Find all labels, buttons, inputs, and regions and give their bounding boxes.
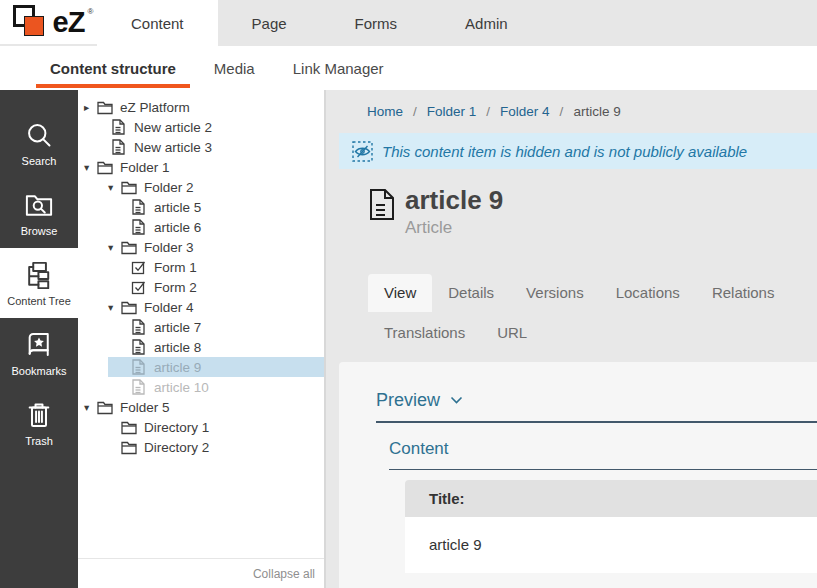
- article-icon: [131, 199, 148, 215]
- tree-footer: Collapse all: [78, 558, 324, 588]
- tree-item-label: article 8: [154, 340, 201, 355]
- tree-item-folder-2[interactable]: ▾ Folder 2: [78, 177, 324, 197]
- title-block: article 9 Article: [339, 186, 817, 238]
- tree-item-label: article 7: [154, 320, 201, 335]
- tree-item-article-6[interactable]: article 6: [78, 217, 324, 237]
- tree-item-form-2[interactable]: Form 2: [78, 277, 324, 297]
- content-tabs: ViewDetailsVersionsLocationsRelationsTra…: [339, 274, 817, 352]
- tree-item-article-8[interactable]: article 8: [78, 337, 324, 357]
- tab-relations[interactable]: Relations: [696, 274, 791, 312]
- alert-text: This content item is hidden and is not p…: [382, 143, 747, 160]
- sidebar-item-search[interactable]: Search: [0, 108, 78, 178]
- ez-logo[interactable]: eZ®: [0, 0, 97, 44]
- top-tab-page[interactable]: Page: [218, 0, 321, 46]
- preview-section-toggle[interactable]: Preview: [376, 362, 817, 411]
- sidebar-item-label: Search: [22, 155, 57, 167]
- tree-item-label: Folder 5: [120, 400, 170, 415]
- tab-details[interactable]: Details: [432, 274, 510, 312]
- trash-icon: [23, 399, 55, 431]
- folder-icon: [121, 179, 138, 195]
- tree-item-label: article 5: [154, 200, 201, 215]
- bookmarks-icon: [23, 329, 55, 361]
- view-panel: Preview Content Title: article 9: [339, 362, 817, 588]
- tree-item-article-10[interactable]: article 10: [78, 377, 324, 397]
- breadcrumb-separator: /: [486, 104, 490, 119]
- article-icon: [131, 319, 148, 335]
- breadcrumb-folder-1[interactable]: Folder 1: [427, 104, 477, 119]
- article-icon: [111, 139, 128, 155]
- sidebar-item-browse[interactable]: Browse: [0, 178, 78, 248]
- folder-icon: [121, 419, 138, 435]
- field-row: Title: article 9: [405, 480, 817, 573]
- tree-item-article-5[interactable]: article 5: [78, 197, 324, 217]
- tree-item-new-article-3[interactable]: New article 3: [78, 137, 324, 157]
- tree-item-new-article-2[interactable]: New article 2: [78, 117, 324, 137]
- collapse-all-button[interactable]: Collapse all: [253, 567, 315, 581]
- caret-icon[interactable]: ▾: [108, 301, 121, 313]
- tree-item-label: New article 2: [134, 120, 212, 135]
- breadcrumb-separator: /: [413, 104, 417, 119]
- tab-locations[interactable]: Locations: [600, 274, 696, 312]
- search-icon: [23, 119, 55, 151]
- tree-item-folder-5[interactable]: ▾ Folder 5: [78, 397, 324, 417]
- tree-item-ez-platform[interactable]: ▸ eZ Platform: [78, 97, 324, 117]
- tab-view[interactable]: View: [368, 274, 432, 312]
- tree-item-label: Folder 1: [120, 160, 170, 175]
- content-section-label: Content: [389, 439, 817, 459]
- field-table: Title: article 9: [405, 480, 817, 573]
- article-icon: [131, 219, 148, 235]
- tree-item-label: Directory 1: [144, 420, 209, 435]
- tree-item-label: article 9: [154, 360, 201, 375]
- tree-item-directory-2[interactable]: Directory 2: [78, 437, 324, 457]
- breadcrumb-folder-4[interactable]: Folder 4: [500, 104, 550, 119]
- tree-item-label: article 6: [154, 220, 201, 235]
- breadcrumb-article-9: article 9: [573, 104, 620, 119]
- tree-item-form-1[interactable]: Form 1: [78, 257, 324, 277]
- breadcrumb: Home/Folder 1/Folder 4/article 9: [339, 90, 817, 133]
- tab-versions[interactable]: Versions: [510, 274, 600, 312]
- section-divider: [376, 421, 817, 423]
- tree-item-folder-1[interactable]: ▾ Folder 1: [78, 157, 324, 177]
- tree-item-article-9[interactable]: article 9: [78, 357, 324, 377]
- folder-icon: [97, 99, 114, 115]
- content-tree-panel: ▸ eZ Platform New article 2 New article …: [78, 90, 326, 588]
- tree-item-label: Folder 4: [144, 300, 194, 315]
- top-bar: eZ® ContentPageFormsAdmin: [0, 0, 817, 46]
- top-tab-forms[interactable]: Forms: [321, 0, 432, 46]
- tree-item-label: Form 1: [154, 260, 197, 275]
- folder-icon: [97, 159, 114, 175]
- tree-item-label: New article 3: [134, 140, 212, 155]
- sidebar-item-label: Trash: [25, 435, 53, 447]
- sidebar-item-content-tree[interactable]: Content Tree: [0, 248, 78, 318]
- chevron-down-icon: [450, 396, 463, 405]
- caret-icon[interactable]: ▾: [108, 181, 121, 193]
- caret-icon[interactable]: ▾: [84, 161, 97, 173]
- breadcrumb-separator: /: [560, 104, 564, 119]
- hidden-content-alert: This content item is hidden and is not p…: [339, 133, 817, 169]
- tree-item-label: Folder 3: [144, 240, 194, 255]
- tab-url[interactable]: URL: [481, 314, 543, 352]
- registered-mark: ®: [88, 7, 93, 16]
- tree-item-folder-3[interactable]: ▾ Folder 3: [78, 237, 324, 257]
- sub-tab-content-structure[interactable]: Content structure: [36, 46, 190, 90]
- ez-logo-icon: [13, 3, 49, 41]
- caret-icon[interactable]: ▾: [108, 241, 121, 253]
- sub-tab-link-manager[interactable]: Link Manager: [279, 46, 398, 90]
- tree-item-directory-1[interactable]: Directory 1: [78, 417, 324, 437]
- sub-tab-media[interactable]: Media: [200, 46, 269, 90]
- breadcrumb-home[interactable]: Home: [367, 104, 403, 119]
- caret-icon[interactable]: ▸: [84, 101, 97, 113]
- left-sidebar: Search Browse Content Tree Bookmarks Tra…: [0, 90, 78, 588]
- folder-icon: [97, 399, 114, 415]
- top-tab-content[interactable]: Content: [97, 0, 218, 46]
- tree-item-article-7[interactable]: article 7: [78, 317, 324, 337]
- top-tab-admin[interactable]: Admin: [431, 0, 542, 46]
- tree-item-label: Directory 2: [144, 440, 209, 455]
- brand-text: eZ®: [53, 6, 85, 39]
- sidebar-item-trash[interactable]: Trash: [0, 388, 78, 458]
- form-icon: [131, 259, 148, 275]
- tab-translations[interactable]: Translations: [368, 314, 481, 352]
- sidebar-item-bookmarks[interactable]: Bookmarks: [0, 318, 78, 388]
- caret-icon[interactable]: ▾: [84, 401, 97, 413]
- tree-item-folder-4[interactable]: ▾ Folder 4: [78, 297, 324, 317]
